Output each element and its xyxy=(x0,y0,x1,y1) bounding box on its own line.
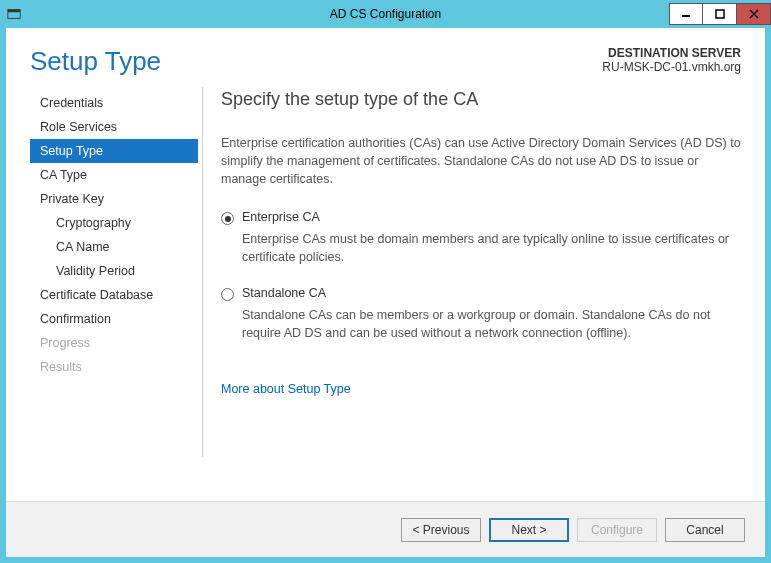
radio-standalone-ca[interactable] xyxy=(221,288,234,301)
titlebar: AD CS Configuration xyxy=(0,0,771,28)
sidebar-item-validity-period[interactable]: Validity Period xyxy=(30,259,198,283)
window-title: AD CS Configuration xyxy=(330,7,441,21)
svg-rect-3 xyxy=(716,10,724,18)
sidebar-item-role-services[interactable]: Role Services xyxy=(30,115,198,139)
sidebar-item-ca-type[interactable]: CA Type xyxy=(30,163,198,187)
more-about-link[interactable]: More about Setup Type xyxy=(221,382,351,396)
cancel-button[interactable]: Cancel xyxy=(665,518,745,542)
destination-server: DESTINATION SERVER RU-MSK-DC-01.vmkh.org xyxy=(602,46,741,74)
configure-button: Configure xyxy=(577,518,657,542)
maximize-button[interactable] xyxy=(703,3,737,25)
previous-button[interactable]: < Previous xyxy=(401,518,481,542)
option-description: Enterprise CAs must be domain members an… xyxy=(242,231,741,266)
header-area: Setup Type DESTINATION SERVER RU-MSK-DC-… xyxy=(6,28,765,87)
radio-enterprise-ca[interactable] xyxy=(221,212,234,225)
app-icon xyxy=(6,6,22,22)
destination-value: RU-MSK-DC-01.vmkh.org xyxy=(602,60,741,74)
footer-buttons: < Previous Next > Configure Cancel xyxy=(6,501,765,557)
window-controls xyxy=(669,3,771,25)
content-description: Enterprise certification authorities (CA… xyxy=(221,134,741,188)
sidebar-item-private-key[interactable]: Private Key xyxy=(30,187,198,211)
wizard-window: AD CS Configuration Setup Type DESTINATI… xyxy=(0,0,771,563)
sidebar-item-setup-type[interactable]: Setup Type xyxy=(30,139,198,163)
body-area: CredentialsRole ServicesSetup TypeCA Typ… xyxy=(6,87,765,501)
content-heading: Specify the setup type of the CA xyxy=(221,89,741,110)
option-label: Enterprise CA xyxy=(242,210,320,224)
sidebar-item-cryptography[interactable]: Cryptography xyxy=(30,211,198,235)
option-label: Standalone CA xyxy=(242,286,326,300)
option-standalone-ca[interactable]: Standalone CA xyxy=(221,286,741,301)
sidebar-nav: CredentialsRole ServicesSetup TypeCA Typ… xyxy=(30,87,198,501)
page-title: Setup Type xyxy=(30,46,161,77)
svg-rect-1 xyxy=(8,10,20,13)
next-button[interactable]: Next > xyxy=(489,518,569,542)
close-button[interactable] xyxy=(737,3,771,25)
sidebar-item-progress: Progress xyxy=(30,331,198,355)
destination-label: DESTINATION SERVER xyxy=(602,46,741,60)
sidebar-item-certificate-database[interactable]: Certificate Database xyxy=(30,283,198,307)
sidebar-item-confirmation[interactable]: Confirmation xyxy=(30,307,198,331)
content-pane: Specify the setup type of the CA Enterpr… xyxy=(221,87,741,501)
vertical-divider xyxy=(202,87,203,457)
client-area: Setup Type DESTINATION SERVER RU-MSK-DC-… xyxy=(6,28,765,557)
option-description: Standalone CAs can be members or a workg… xyxy=(242,307,741,342)
minimize-button[interactable] xyxy=(669,3,703,25)
sidebar-item-credentials[interactable]: Credentials xyxy=(30,91,198,115)
sidebar-item-ca-name[interactable]: CA Name xyxy=(30,235,198,259)
sidebar-item-results: Results xyxy=(30,355,198,379)
option-enterprise-ca[interactable]: Enterprise CA xyxy=(221,210,741,225)
